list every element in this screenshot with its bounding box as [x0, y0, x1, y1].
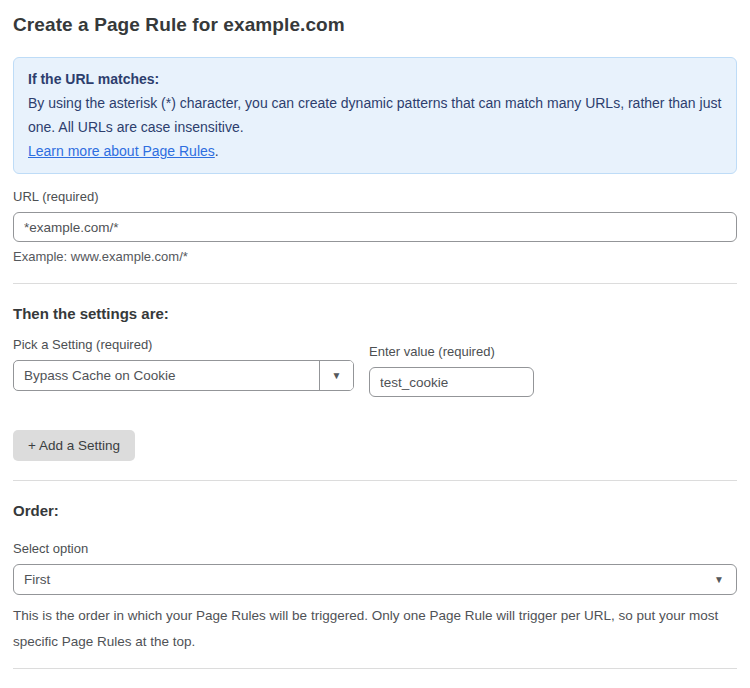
order-heading: Order: — [13, 502, 737, 519]
settings-heading: Then the settings are: — [13, 305, 737, 322]
page-title: Create a Page Rule for example.com — [13, 14, 737, 36]
pick-setting-column: Pick a Setting (required) Bypass Cache o… — [13, 322, 354, 391]
url-input[interactable] — [13, 212, 737, 242]
info-box-link-line: Learn more about Page Rules. — [28, 139, 722, 163]
add-setting-button[interactable]: + Add a Setting — [13, 430, 135, 461]
settings-row: Pick a Setting (required) Bypass Cache o… — [13, 322, 737, 397]
enter-value-column: Enter value (required) — [369, 322, 534, 397]
pick-setting-dropdown[interactable]: Bypass Cache on Cookie ▼ — [13, 360, 354, 391]
info-box-body: By using the asterisk (*) character, you… — [28, 91, 722, 139]
pick-setting-label: Pick a Setting (required) — [13, 337, 354, 352]
pick-setting-dropdown-button[interactable]: ▼ — [319, 361, 353, 390]
order-help-text: This is the order in which your Page Rul… — [13, 603, 733, 655]
chevron-down-icon: ▼ — [332, 370, 342, 381]
divider — [13, 283, 737, 284]
divider — [13, 480, 737, 481]
url-example-hint: Example: www.example.com/* — [13, 249, 737, 264]
pick-setting-selected-value: Bypass Cache on Cookie — [14, 361, 319, 390]
learn-more-link[interactable]: Learn more about Page Rules — [28, 143, 215, 159]
url-label: URL (required) — [13, 189, 737, 204]
url-matches-info-box: If the URL matches: By using the asteris… — [13, 57, 737, 174]
select-option-label: Select option — [13, 541, 737, 556]
chevron-down-icon: ▼ — [714, 574, 724, 585]
create-page-rule-form: Create a Page Rule for example.com If th… — [0, 0, 750, 688]
divider — [13, 668, 737, 669]
setting-value-input[interactable] — [369, 367, 534, 397]
order-selected-value: First — [24, 572, 714, 587]
info-box-heading: If the URL matches: — [28, 67, 722, 91]
link-suffix: . — [215, 143, 219, 159]
enter-value-label: Enter value (required) — [369, 344, 534, 359]
order-select[interactable]: First ▼ — [13, 564, 737, 595]
